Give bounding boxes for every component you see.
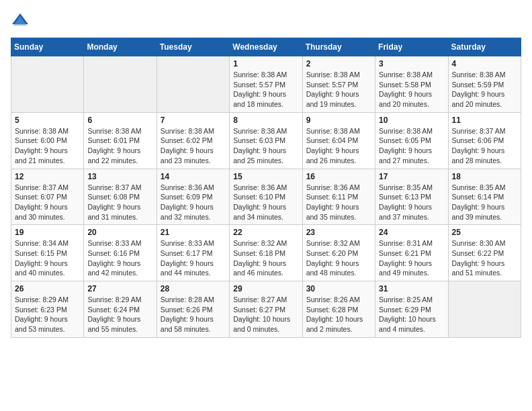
- weekday-header-tuesday: Tuesday: [157, 38, 229, 56]
- calendar-week-1: 1Sunrise: 8:38 AM Sunset: 5:57 PM Daylig…: [11, 56, 521, 113]
- calendar-cell: [11, 56, 84, 113]
- day-number: 22: [233, 228, 298, 237]
- day-info: Sunrise: 8:38 AM Sunset: 6:00 PM Dayligh…: [15, 126, 80, 166]
- calendar-cell: 29Sunrise: 8:27 AM Sunset: 6:27 PM Dayli…: [230, 281, 302, 338]
- calendar-cell: 9Sunrise: 8:38 AM Sunset: 6:04 PM Daylig…: [302, 112, 375, 169]
- calendar-cell: [448, 281, 521, 338]
- calendar-cell: 18Sunrise: 8:35 AM Sunset: 6:14 PM Dayli…: [448, 169, 521, 225]
- calendar-cell: 26Sunrise: 8:29 AM Sunset: 6:23 PM Dayli…: [11, 281, 84, 338]
- day-number: 10: [379, 116, 444, 125]
- calendar-week-5: 26Sunrise: 8:29 AM Sunset: 6:23 PM Dayli…: [11, 281, 521, 338]
- day-info: Sunrise: 8:27 AM Sunset: 6:27 PM Dayligh…: [233, 295, 298, 334]
- weekday-header-row: SundayMondayTuesdayWednesdayThursdayFrid…: [11, 38, 521, 56]
- day-info: Sunrise: 8:38 AM Sunset: 6:04 PM Dayligh…: [306, 126, 371, 166]
- day-number: 3: [379, 59, 444, 68]
- day-number: 13: [87, 172, 152, 181]
- calendar-cell: 23Sunrise: 8:32 AM Sunset: 6:20 PM Dayli…: [302, 225, 375, 281]
- day-info: Sunrise: 8:34 AM Sunset: 6:15 PM Dayligh…: [15, 238, 80, 278]
- calendar-cell: 11Sunrise: 8:37 AM Sunset: 6:06 PM Dayli…: [448, 112, 521, 169]
- calendar-cell: 7Sunrise: 8:38 AM Sunset: 6:02 PM Daylig…: [157, 112, 229, 169]
- day-info: Sunrise: 8:38 AM Sunset: 5:59 PM Dayligh…: [452, 70, 517, 109]
- day-info: Sunrise: 8:29 AM Sunset: 6:23 PM Dayligh…: [15, 295, 80, 334]
- day-info: Sunrise: 8:36 AM Sunset: 6:11 PM Dayligh…: [306, 183, 371, 222]
- day-number: 8: [233, 116, 298, 125]
- day-info: Sunrise: 8:29 AM Sunset: 6:24 PM Dayligh…: [87, 295, 152, 334]
- calendar-cell: 5Sunrise: 8:38 AM Sunset: 6:00 PM Daylig…: [11, 112, 84, 169]
- calendar-cell: 30Sunrise: 8:26 AM Sunset: 6:28 PM Dayli…: [302, 281, 375, 338]
- day-info: Sunrise: 8:38 AM Sunset: 5:58 PM Dayligh…: [379, 70, 444, 109]
- day-info: Sunrise: 8:36 AM Sunset: 6:09 PM Dayligh…: [161, 183, 226, 222]
- day-number: 29: [233, 284, 298, 293]
- calendar-cell: 10Sunrise: 8:38 AM Sunset: 6:05 PM Dayli…: [375, 112, 448, 169]
- logo-icon: [11, 11, 30, 30]
- calendar-cell: 21Sunrise: 8:33 AM Sunset: 6:17 PM Dayli…: [157, 225, 229, 281]
- day-info: Sunrise: 8:36 AM Sunset: 6:10 PM Dayligh…: [233, 183, 298, 222]
- day-info: Sunrise: 8:38 AM Sunset: 6:03 PM Dayligh…: [233, 126, 298, 166]
- day-info: Sunrise: 8:37 AM Sunset: 6:08 PM Dayligh…: [87, 183, 152, 222]
- day-info: Sunrise: 8:35 AM Sunset: 6:14 PM Dayligh…: [452, 183, 517, 222]
- day-number: 21: [161, 228, 226, 237]
- day-info: Sunrise: 8:38 AM Sunset: 5:57 PM Dayligh…: [233, 70, 298, 109]
- calendar-cell: [157, 56, 229, 113]
- day-info: Sunrise: 8:33 AM Sunset: 6:17 PM Dayligh…: [161, 238, 226, 278]
- calendar-cell: 31Sunrise: 8:25 AM Sunset: 6:29 PM Dayli…: [375, 281, 448, 338]
- day-number: 7: [161, 116, 226, 125]
- day-info: Sunrise: 8:31 AM Sunset: 6:21 PM Dayligh…: [379, 238, 444, 278]
- day-info: Sunrise: 8:26 AM Sunset: 6:28 PM Dayligh…: [306, 295, 371, 334]
- day-info: Sunrise: 8:38 AM Sunset: 5:57 PM Dayligh…: [306, 70, 371, 109]
- day-info: Sunrise: 8:37 AM Sunset: 6:06 PM Dayligh…: [452, 126, 517, 166]
- calendar-cell: 25Sunrise: 8:30 AM Sunset: 6:22 PM Dayli…: [448, 225, 521, 281]
- day-info: Sunrise: 8:38 AM Sunset: 6:05 PM Dayligh…: [379, 126, 444, 166]
- day-number: 1: [233, 59, 298, 68]
- day-number: 15: [233, 172, 298, 181]
- day-info: Sunrise: 8:30 AM Sunset: 6:22 PM Dayligh…: [452, 238, 517, 278]
- calendar-week-3: 12Sunrise: 8:37 AM Sunset: 6:07 PM Dayli…: [11, 169, 521, 225]
- day-number: 16: [306, 172, 371, 181]
- calendar-cell: 12Sunrise: 8:37 AM Sunset: 6:07 PM Dayli…: [11, 169, 84, 225]
- day-number: 2: [306, 59, 371, 68]
- calendar-cell: 3Sunrise: 8:38 AM Sunset: 5:58 PM Daylig…: [375, 56, 448, 113]
- day-number: 12: [15, 172, 80, 181]
- calendar-cell: 27Sunrise: 8:29 AM Sunset: 6:24 PM Dayli…: [84, 281, 157, 338]
- day-number: 26: [15, 284, 80, 293]
- weekday-header-friday: Friday: [375, 38, 448, 56]
- calendar-cell: 8Sunrise: 8:38 AM Sunset: 6:03 PM Daylig…: [230, 112, 302, 169]
- calendar-header: SundayMondayTuesdayWednesdayThursdayFrid…: [11, 38, 521, 56]
- calendar-cell: 14Sunrise: 8:36 AM Sunset: 6:09 PM Dayli…: [157, 169, 229, 225]
- day-number: 24: [379, 228, 444, 237]
- calendar-cell: 15Sunrise: 8:36 AM Sunset: 6:10 PM Dayli…: [230, 169, 302, 225]
- page-header: [11, 11, 521, 30]
- weekday-header-sunday: Sunday: [11, 38, 84, 56]
- calendar: SundayMondayTuesdayWednesdayThursdayFrid…: [11, 38, 521, 338]
- calendar-cell: 17Sunrise: 8:35 AM Sunset: 6:13 PM Dayli…: [375, 169, 448, 225]
- day-number: 19: [15, 228, 80, 237]
- calendar-cell: 4Sunrise: 8:38 AM Sunset: 5:59 PM Daylig…: [448, 56, 521, 113]
- day-number: 27: [87, 284, 152, 293]
- day-number: 25: [452, 228, 517, 237]
- day-info: Sunrise: 8:32 AM Sunset: 6:20 PM Dayligh…: [306, 238, 371, 278]
- calendar-week-4: 19Sunrise: 8:34 AM Sunset: 6:15 PM Dayli…: [11, 225, 521, 281]
- weekday-header-saturday: Saturday: [448, 38, 521, 56]
- day-info: Sunrise: 8:33 AM Sunset: 6:16 PM Dayligh…: [87, 238, 152, 278]
- day-info: Sunrise: 8:25 AM Sunset: 6:29 PM Dayligh…: [379, 295, 444, 334]
- day-info: Sunrise: 8:38 AM Sunset: 6:02 PM Dayligh…: [161, 126, 226, 166]
- calendar-cell: 22Sunrise: 8:32 AM Sunset: 6:18 PM Dayli…: [230, 225, 302, 281]
- day-info: Sunrise: 8:38 AM Sunset: 6:01 PM Dayligh…: [87, 126, 152, 166]
- day-number: 14: [161, 172, 226, 181]
- day-info: Sunrise: 8:28 AM Sunset: 6:26 PM Dayligh…: [161, 295, 226, 334]
- weekday-header-thursday: Thursday: [302, 38, 375, 56]
- calendar-cell: 6Sunrise: 8:38 AM Sunset: 6:01 PM Daylig…: [84, 112, 157, 169]
- day-info: Sunrise: 8:32 AM Sunset: 6:18 PM Dayligh…: [233, 238, 298, 278]
- calendar-week-2: 5Sunrise: 8:38 AM Sunset: 6:00 PM Daylig…: [11, 112, 521, 169]
- day-number: 9: [306, 116, 371, 125]
- day-number: 6: [87, 116, 152, 125]
- logo: [11, 11, 34, 30]
- calendar-cell: 1Sunrise: 8:38 AM Sunset: 5:57 PM Daylig…: [230, 56, 302, 113]
- calendar-cell: 13Sunrise: 8:37 AM Sunset: 6:08 PM Dayli…: [84, 169, 157, 225]
- calendar-cell: [84, 56, 157, 113]
- day-number: 23: [306, 228, 371, 237]
- calendar-body: 1Sunrise: 8:38 AM Sunset: 5:57 PM Daylig…: [11, 56, 521, 338]
- day-number: 4: [452, 59, 517, 68]
- day-number: 18: [452, 172, 517, 181]
- day-number: 5: [15, 116, 80, 125]
